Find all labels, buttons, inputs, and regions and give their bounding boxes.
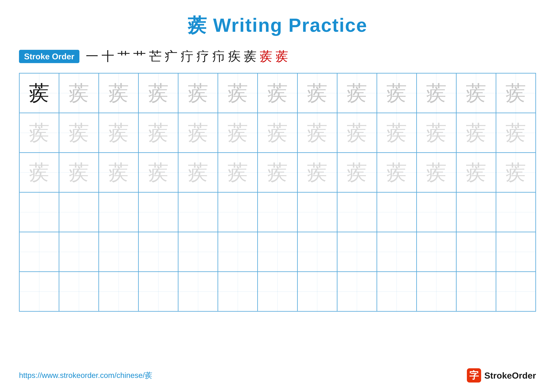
- char-in-cell: 蒺: [466, 159, 486, 186]
- grid-cell-3-8[interactable]: [337, 192, 377, 232]
- grid-cell-3-3[interactable]: [139, 192, 178, 232]
- grid-cell-0-7[interactable]: 蒺: [297, 73, 337, 113]
- stroke-step-9: 疾: [228, 48, 241, 65]
- grid-row-1: 蒺蒺蒺蒺蒺蒺蒺蒺蒺蒺蒺蒺蒺: [19, 113, 536, 153]
- grid-cell-0-12[interactable]: 蒺: [496, 73, 536, 113]
- page: 蒺 Writing Practice Stroke Order 一十艹艹芒疒疔疗…: [0, 0, 555, 392]
- grid-cell-1-1[interactable]: 蒺: [59, 113, 99, 153]
- grid-cell-5-4[interactable]: [178, 272, 218, 311]
- grid-cell-0-5[interactable]: 蒺: [218, 73, 258, 113]
- stroke-step-1: 十: [102, 48, 114, 65]
- grid-cell-4-10[interactable]: [416, 232, 456, 272]
- grid-cell-1-8[interactable]: 蒺: [337, 113, 377, 153]
- grid-cell-0-8[interactable]: 蒺: [337, 73, 377, 113]
- grid-cell-2-12[interactable]: 蒺: [496, 153, 536, 192]
- grid-cell-0-6[interactable]: 蒺: [258, 73, 297, 113]
- grid-cell-4-3[interactable]: [139, 232, 178, 272]
- grid-cell-1-2[interactable]: 蒺: [99, 113, 139, 153]
- grid-cell-2-1[interactable]: 蒺: [59, 153, 99, 192]
- grid-cell-5-11[interactable]: [456, 272, 496, 311]
- grid-cell-1-5[interactable]: 蒺: [218, 113, 258, 153]
- char-in-cell: 蒺: [426, 119, 447, 147]
- grid-cell-0-3[interactable]: 蒺: [139, 73, 178, 113]
- grid-cell-2-8[interactable]: 蒺: [337, 153, 377, 192]
- grid-cell-2-6[interactable]: 蒺: [258, 153, 297, 192]
- grid-cell-0-0[interactable]: 蒺: [19, 73, 59, 113]
- grid-cell-1-7[interactable]: 蒺: [297, 113, 337, 153]
- grid-cell-5-8[interactable]: [337, 272, 377, 311]
- grid-cell-1-4[interactable]: 蒺: [178, 113, 218, 153]
- grid-cell-4-5[interactable]: [218, 232, 258, 272]
- grid-cell-2-3[interactable]: 蒺: [139, 153, 178, 192]
- grid-cell-5-5[interactable]: [218, 272, 258, 311]
- stroke-order-badge: Stroke Order: [19, 50, 80, 63]
- grid-cell-1-10[interactable]: 蒺: [416, 113, 456, 153]
- grid-cell-1-6[interactable]: 蒺: [258, 113, 297, 153]
- grid-cell-0-11[interactable]: 蒺: [456, 73, 496, 113]
- grid-cell-2-0[interactable]: 蒺: [19, 153, 59, 192]
- grid-cell-3-12[interactable]: [496, 192, 536, 232]
- grid-cell-3-6[interactable]: [258, 192, 297, 232]
- grid-cell-2-5[interactable]: 蒺: [218, 153, 258, 192]
- grid-cell-0-1[interactable]: 蒺: [59, 73, 99, 113]
- char-in-cell: 蒺: [148, 159, 169, 186]
- stroke-step-4: 芒: [149, 48, 162, 65]
- grid-cell-2-4[interactable]: 蒺: [178, 153, 218, 192]
- grid-cell-5-10[interactable]: [416, 272, 456, 311]
- grid-cell-1-3[interactable]: 蒺: [139, 113, 178, 153]
- grid-cell-4-0[interactable]: [19, 232, 59, 272]
- footer-url[interactable]: https://www.strokeorder.com/chinese/蒺: [19, 370, 152, 380]
- grid-cell-5-3[interactable]: [139, 272, 178, 311]
- grid-cell-4-8[interactable]: [337, 232, 377, 272]
- grid-cell-5-12[interactable]: [496, 272, 536, 311]
- grid-cell-2-7[interactable]: 蒺: [297, 153, 337, 192]
- grid-cell-2-9[interactable]: 蒺: [377, 153, 416, 192]
- grid-cell-1-9[interactable]: 蒺: [377, 113, 416, 153]
- grid-cell-3-4[interactable]: [178, 192, 218, 232]
- char-in-cell: 蒺: [227, 159, 248, 186]
- char-in-cell: 蒺: [69, 119, 89, 147]
- char-in-cell: 蒺: [386, 159, 407, 186]
- char-in-cell: 蒺: [347, 159, 367, 186]
- grid-cell-3-10[interactable]: [416, 192, 456, 232]
- grid-cell-3-9[interactable]: [377, 192, 416, 232]
- grid-cell-5-2[interactable]: [99, 272, 139, 311]
- grid-row-4: [19, 232, 536, 272]
- grid-cell-4-1[interactable]: [59, 232, 99, 272]
- grid-cell-3-7[interactable]: [297, 192, 337, 232]
- grid-cell-3-1[interactable]: [59, 192, 99, 232]
- grid-cell-5-9[interactable]: [377, 272, 416, 311]
- grid-cell-0-10[interactable]: 蒺: [416, 73, 456, 113]
- grid-cell-4-9[interactable]: [377, 232, 416, 272]
- char-in-cell: 蒺: [466, 79, 486, 107]
- grid-cell-2-2[interactable]: 蒺: [99, 153, 139, 192]
- grid-cell-3-2[interactable]: [99, 192, 139, 232]
- grid-cell-5-1[interactable]: [59, 272, 99, 311]
- grid-cell-4-6[interactable]: [258, 232, 297, 272]
- grid-cell-2-10[interactable]: 蒺: [416, 153, 456, 192]
- grid-cell-1-11[interactable]: 蒺: [456, 113, 496, 153]
- grid-cell-0-4[interactable]: 蒺: [178, 73, 218, 113]
- grid-cell-0-2[interactable]: 蒺: [99, 73, 139, 113]
- char-in-cell: 蒺: [466, 119, 486, 147]
- char-in-cell: 蒺: [386, 79, 407, 107]
- grid-cell-0-9[interactable]: 蒺: [377, 73, 416, 113]
- grid-cell-2-11[interactable]: 蒺: [456, 153, 496, 192]
- grid-cell-3-5[interactable]: [218, 192, 258, 232]
- grid-cell-3-11[interactable]: [456, 192, 496, 232]
- grid-cell-3-0[interactable]: [19, 192, 59, 232]
- stroke-step-6: 疔: [181, 48, 193, 65]
- grid-cell-5-6[interactable]: [258, 272, 297, 311]
- grid-cell-5-0[interactable]: [19, 272, 59, 311]
- grid-cell-1-12[interactable]: 蒺: [496, 113, 536, 153]
- char-in-cell: 蒺: [69, 159, 89, 186]
- grid-cell-1-0[interactable]: 蒺: [19, 113, 59, 153]
- grid-cell-4-11[interactable]: [456, 232, 496, 272]
- grid-cell-4-2[interactable]: [99, 232, 139, 272]
- grid-cell-4-4[interactable]: [178, 232, 218, 272]
- char-in-cell: 蒺: [148, 79, 169, 107]
- grid-cell-4-7[interactable]: [297, 232, 337, 272]
- grid-cell-4-12[interactable]: [496, 232, 536, 272]
- char-in-cell: 蒺: [108, 79, 129, 107]
- grid-cell-5-7[interactable]: [297, 272, 337, 311]
